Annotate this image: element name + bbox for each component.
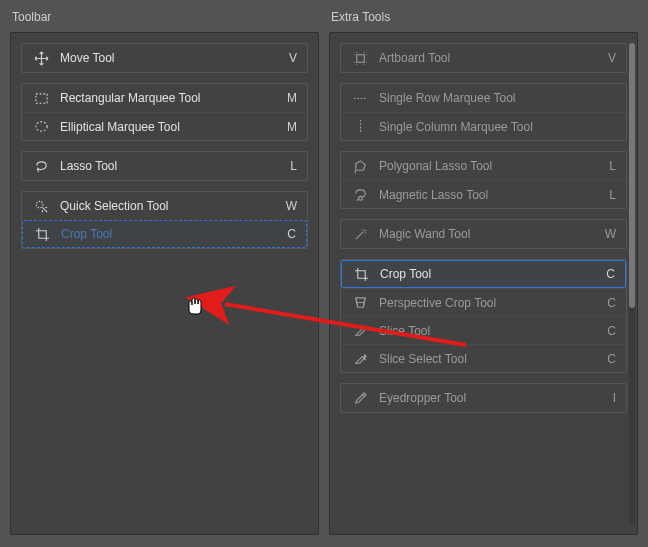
lasso-icon xyxy=(32,158,50,174)
tool-label: Single Row Marquee Tool xyxy=(379,91,598,105)
tool-shortcut: L xyxy=(279,159,297,173)
tool-label: Slice Select Tool xyxy=(379,352,598,366)
rect-marquee-icon xyxy=(32,90,50,106)
scrollbar[interactable] xyxy=(629,43,635,524)
tool-lasso[interactable]: Lasso ToolL xyxy=(22,152,307,180)
move-icon xyxy=(32,50,50,66)
tool-label: Rectangular Marquee Tool xyxy=(60,91,279,105)
tool-quick-select[interactable]: Quick Selection ToolW xyxy=(22,192,307,220)
tool-shortcut: C xyxy=(598,324,616,338)
tool-eyedropper[interactable]: Eyedropper ToolI xyxy=(341,384,626,412)
tool-artboard[interactable]: Artboard ToolV xyxy=(341,44,626,72)
tool-group: Magic Wand ToolW xyxy=(340,219,627,249)
tool-slice[interactable]: Slice ToolC xyxy=(341,316,626,344)
tool-label: Magic Wand Tool xyxy=(379,227,598,241)
tool-group: Artboard ToolV xyxy=(340,43,627,73)
tool-shortcut: V xyxy=(598,51,616,65)
tool-group: Rectangular Marquee ToolMElliptical Marq… xyxy=(21,83,308,141)
tool-group: Move ToolV xyxy=(21,43,308,73)
tool-label: Move Tool xyxy=(60,51,279,65)
toolbar-column: Toolbar Move ToolVRectangular Marquee To… xyxy=(10,8,319,535)
crop-icon xyxy=(33,226,51,242)
svg-point-2 xyxy=(36,201,43,208)
tool-rect-marquee[interactable]: Rectangular Marquee ToolM xyxy=(22,84,307,112)
extra-tools-panel[interactable]: Artboard ToolVSingle Row Marquee ToolSin… xyxy=(329,32,638,535)
svg-point-1 xyxy=(35,122,46,131)
tool-label: Single Column Marquee Tool xyxy=(379,120,598,134)
tool-label: Lasso Tool xyxy=(60,159,279,173)
tool-persp-crop[interactable]: Perspective Crop ToolC xyxy=(341,288,626,316)
wand-icon xyxy=(351,226,369,242)
tool-single-row[interactable]: Single Row Marquee Tool xyxy=(341,84,626,112)
crop-icon xyxy=(352,266,370,282)
tool-label: Elliptical Marquee Tool xyxy=(60,120,279,134)
tool-label: Crop Tool xyxy=(380,267,597,281)
tool-label: Perspective Crop Tool xyxy=(379,296,598,310)
tool-shortcut: M xyxy=(279,120,297,134)
single-col-icon xyxy=(351,119,369,135)
tool-shortcut: L xyxy=(598,188,616,202)
single-row-icon xyxy=(351,90,369,106)
persp-crop-icon xyxy=(351,295,369,311)
mag-lasso-icon xyxy=(351,187,369,203)
tool-shortcut: C xyxy=(278,227,296,241)
tool-mag-lasso[interactable]: Magnetic Lasso ToolL xyxy=(341,180,626,208)
tool-label: Slice Tool xyxy=(379,324,598,338)
toolbar-header: Toolbar xyxy=(10,8,319,32)
tool-poly-lasso[interactable]: Polygonal Lasso ToolL xyxy=(341,152,626,180)
tool-label: Artboard Tool xyxy=(379,51,598,65)
tool-label: Polygonal Lasso Tool xyxy=(379,159,598,173)
tool-single-col[interactable]: Single Column Marquee Tool xyxy=(341,112,626,140)
tool-ellipse-marquee[interactable]: Elliptical Marquee ToolM xyxy=(22,112,307,140)
tool-group: Lasso ToolL xyxy=(21,151,308,181)
extra-tools-column: Extra Tools Artboard ToolVSingle Row Mar… xyxy=(329,8,638,535)
tool-shortcut: C xyxy=(598,352,616,366)
artboard-icon xyxy=(351,50,369,66)
tool-shortcut: I xyxy=(598,391,616,405)
tool-shortcut: W xyxy=(279,199,297,213)
tool-shortcut: C xyxy=(597,267,615,281)
tool-group: Single Row Marquee ToolSingle Column Mar… xyxy=(340,83,627,141)
poly-lasso-icon xyxy=(351,158,369,174)
tool-shortcut: V xyxy=(279,51,297,65)
tool-shortcut: C xyxy=(598,296,616,310)
tool-group: Quick Selection ToolWCrop ToolC xyxy=(21,191,308,249)
slice-select-icon xyxy=(351,351,369,367)
slice-icon xyxy=(351,323,369,339)
tool-label: Quick Selection Tool xyxy=(60,199,279,213)
tool-shortcut: L xyxy=(598,159,616,173)
quick-select-icon xyxy=(32,198,50,214)
svg-rect-3 xyxy=(356,54,364,62)
tool-slice-select[interactable]: Slice Select ToolC xyxy=(341,344,626,372)
tool-crop[interactable]: Crop ToolC xyxy=(341,260,626,288)
eyedropper-icon xyxy=(351,390,369,406)
tool-group: Crop ToolCPerspective Crop ToolCSlice To… xyxy=(340,259,627,373)
tool-label: Magnetic Lasso Tool xyxy=(379,188,598,202)
svg-rect-0 xyxy=(35,93,46,102)
tool-shortcut: W xyxy=(598,227,616,241)
tool-move[interactable]: Move ToolV xyxy=(22,44,307,72)
tool-label: Crop Tool xyxy=(61,227,278,241)
tool-shortcut: M xyxy=(279,91,297,105)
tool-group: Eyedropper ToolI xyxy=(340,383,627,413)
ellipse-marquee-icon xyxy=(32,119,50,135)
tool-label: Eyedropper Tool xyxy=(379,391,598,405)
tool-wand[interactable]: Magic Wand ToolW xyxy=(341,220,626,248)
tool-group: Polygonal Lasso ToolLMagnetic Lasso Tool… xyxy=(340,151,627,209)
tool-crop[interactable]: Crop ToolC xyxy=(22,220,307,248)
scrollbar-thumb[interactable] xyxy=(629,43,635,308)
toolbar-panel[interactable]: Move ToolVRectangular Marquee ToolMEllip… xyxy=(10,32,319,535)
extra-tools-header: Extra Tools xyxy=(329,8,638,32)
